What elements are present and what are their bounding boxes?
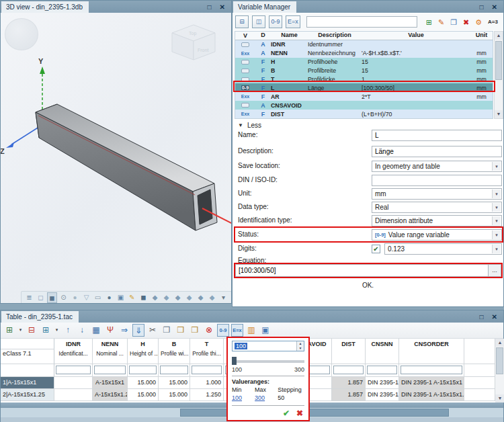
tab-table[interactable]: Table - din_2395-1.tac	[1, 311, 79, 323]
table-properties-icon[interactable]: ▦	[90, 324, 102, 337]
tab-3d-view[interactable]: 3D view - din_2395-1.3db	[1, 1, 89, 13]
hierarchy-icon[interactable]: Ψ	[104, 324, 116, 337]
status-select[interactable]: [0-9] Value range variable ▼	[372, 229, 502, 241]
render-mode-icon[interactable]: ▣	[116, 292, 126, 303]
table-cell[interactable]: A-15x15x1.25	[93, 389, 128, 401]
goto-row-icon[interactable]: ⇓	[132, 324, 144, 337]
insert-column-icon[interactable]: ⊞	[3, 324, 15, 337]
column-header[interactable]: T	[190, 339, 224, 349]
table-cell[interactable]: 15.000	[159, 389, 190, 401]
scroll-thumb[interactable]	[180, 409, 449, 417]
chevron-down-icon[interactable]: ▼	[492, 216, 501, 225]
identification-type-select[interactable]: Dimension attribute ▼	[372, 215, 502, 226]
row-header[interactable]: 2|A-15x15x1.25	[1, 389, 54, 401]
filter-input[interactable]	[192, 366, 222, 374]
din-iso-field[interactable]	[372, 175, 502, 186]
equation-filter-icon[interactable]: E=x	[286, 15, 300, 28]
col-header-name[interactable]: Name	[271, 32, 308, 40]
maximize-icon[interactable]: □	[208, 3, 212, 11]
filter-input[interactable]	[333, 366, 364, 374]
view-front-icon[interactable]: ◆	[161, 292, 171, 303]
view-top-icon[interactable]: ◆	[207, 292, 217, 303]
edit-variable-icon[interactable]: ✎	[438, 16, 444, 28]
view-cube[interactable]: Top Front	[172, 25, 215, 60]
variable-row[interactable]: ExxANENNNennbezeichnung'A-$H.x$B.x$T.'mm	[235, 49, 493, 58]
variable-row[interactable]: FHProfilhoehe15mm	[235, 58, 493, 67]
filter-input[interactable]	[94, 366, 126, 374]
table-cell[interactable]: 15.000	[128, 389, 159, 401]
filter-input[interactable]	[160, 366, 188, 374]
chevron-down-icon[interactable]: ▼	[492, 203, 501, 212]
filter-input[interactable]	[401, 366, 462, 374]
max-link[interactable]: 300	[255, 394, 278, 401]
table-cell[interactable]: DIN 2395-1 A-15x15x1	[399, 377, 464, 389]
table-cell[interactable]: A-15x15x1	[93, 377, 128, 389]
min-link[interactable]: 100	[232, 394, 255, 401]
view-iso-icon[interactable]: ◆	[150, 292, 160, 303]
copy-icon[interactable]: ❐	[161, 324, 173, 337]
settings-icon[interactable]: ⚙	[475, 16, 482, 28]
open-icon[interactable]: ▥	[245, 324, 257, 337]
row-header[interactable]: 1|A-15x15x1	[1, 377, 54, 389]
variable-row[interactable]: ExxFDIST(L+B+H)/70	[235, 110, 493, 118]
measure-icon[interactable]: ✎	[127, 292, 137, 303]
value-range-filter-icon[interactable]: 0-9	[269, 15, 282, 28]
insert-row-above-icon[interactable]: ↑	[62, 324, 74, 337]
table-cell[interactable]: 15.000	[159, 377, 190, 389]
column-header[interactable]: NENN	[93, 339, 128, 349]
maximize-icon[interactable]: □	[480, 3, 484, 11]
tab-variable-manager[interactable]: Variable Manager	[233, 1, 296, 13]
table-cell[interactable]: DIN 2395-1	[366, 377, 399, 389]
save-location-select[interactable]: In geometry and table ▼	[372, 161, 502, 172]
table-cell[interactable]: 1.250	[190, 389, 224, 401]
chevron-down-icon[interactable]: ▼	[492, 245, 501, 253]
delete-variable-icon[interactable]: ✖	[463, 16, 469, 28]
delete-cells-icon[interactable]: ⊗	[203, 324, 215, 337]
variable-row[interactable]: FBProfilbreite15mm	[235, 67, 493, 75]
section-box-icon[interactable]: ◼	[138, 292, 149, 303]
insert-row-below-icon[interactable]: ↓	[76, 324, 88, 337]
delete-row-icon[interactable]: ⊟	[26, 324, 38, 337]
close-icon[interactable]: ✕	[492, 3, 497, 11]
variable-row[interactable]: FTProfildicke1mm	[235, 75, 493, 84]
sphere-dark-icon[interactable]: ●	[104, 292, 114, 303]
close-icon[interactable]: ✕	[220, 3, 225, 11]
name-field[interactable]	[372, 130, 502, 141]
col-header-unit[interactable]: Unit	[470, 32, 493, 40]
variable-row[interactable]: ACNSAVOID	[235, 101, 493, 110]
split-horizontal-icon[interactable]: ⊟	[235, 15, 249, 28]
tube-model[interactable]	[36, 104, 217, 230]
variable-row[interactable]: ExxFAR2*Tmm	[235, 92, 493, 101]
column-header[interactable]: CNSNN	[366, 339, 399, 349]
sphere-small-icon[interactable]: ●	[70, 292, 80, 303]
spin-down-icon[interactable]: ▼	[297, 346, 304, 351]
maximize-icon[interactable]: □	[480, 313, 484, 321]
view-right-icon[interactable]: ◆	[196, 292, 206, 303]
cancel-button[interactable]: ✖	[296, 409, 303, 418]
table-cell[interactable]: 1.857	[332, 389, 366, 401]
col-header-description[interactable]: Description	[308, 32, 362, 40]
assignment-icon[interactable]: A=3	[488, 16, 498, 28]
save-icon[interactable]: ▣	[259, 324, 271, 337]
variable-table-scrollbar[interactable]: ▲ ▼	[494, 31, 503, 119]
chevron-down-icon[interactable]: ▼	[492, 189, 501, 198]
equation-mode-icon[interactable]: E=x	[231, 324, 243, 337]
table-cell[interactable]: 1.000	[190, 377, 224, 389]
split-vertical-icon[interactable]: ◫	[252, 15, 265, 28]
more-views-icon[interactable]: ▾	[218, 292, 228, 303]
copy-variable-icon[interactable]: ❐	[450, 16, 457, 28]
paste-special-icon[interactable]: ❒	[189, 324, 201, 337]
col-header-v[interactable]: V	[235, 32, 255, 40]
description-field[interactable]	[372, 146, 502, 157]
box-solid-icon[interactable]: ◼	[47, 292, 57, 303]
unit-select[interactable]: mm ▼	[372, 188, 502, 200]
3d-viewport[interactable]: Top Front Y Z	[1, 13, 231, 303]
spinner-value[interactable]: 100	[235, 343, 247, 349]
column-header[interactable]: B	[159, 339, 190, 349]
spin-up-icon[interactable]: ▲	[297, 341, 304, 346]
variable-row[interactable]: AIDNRIdentnummer	[235, 40, 493, 49]
slider-track[interactable]	[232, 360, 304, 363]
navigation-wheel-icon[interactable]	[5, 18, 38, 50]
box-wire-icon[interactable]: ◻	[36, 292, 46, 303]
table-cell[interactable]: DIN 2395-1	[366, 389, 399, 401]
